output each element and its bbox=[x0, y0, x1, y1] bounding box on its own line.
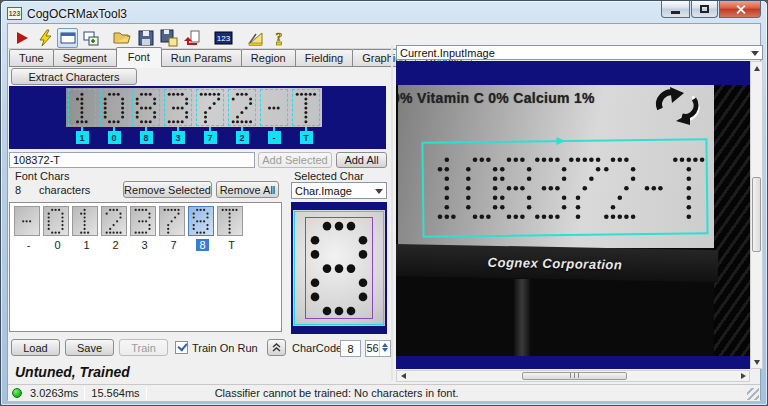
segment-label-cell: 2 bbox=[226, 127, 258, 144]
train-on-run-checkbox[interactable] bbox=[175, 341, 188, 354]
segment-label-cell: 3 bbox=[162, 127, 194, 144]
region-direction-arrow-icon bbox=[556, 137, 565, 145]
font-char-label[interactable]: 3 bbox=[130, 239, 159, 251]
segment-char-box bbox=[260, 89, 288, 126]
tab-segment[interactable]: Segment bbox=[53, 49, 117, 67]
segment-char-cell[interactable] bbox=[258, 88, 290, 127]
segment-char-cell[interactable] bbox=[226, 88, 258, 127]
font-char-label[interactable]: 1 bbox=[72, 239, 101, 251]
spinner-down-icon bbox=[382, 348, 388, 352]
thumb-grip-icon bbox=[570, 373, 579, 378]
scroll-up-button[interactable] bbox=[751, 62, 762, 74]
add-selected-button[interactable]: Add Selected bbox=[258, 152, 332, 168]
selected-char-view-combo[interactable]: Char.Image bbox=[291, 182, 387, 199]
segment-preview[interactable]: 108372-T bbox=[9, 86, 386, 149]
segment-char-cell[interactable] bbox=[98, 88, 130, 127]
help-button[interactable]: ? bbox=[268, 28, 289, 48]
selected-char-display[interactable] bbox=[291, 202, 387, 334]
segment-preview-strip bbox=[66, 88, 322, 127]
scroll-left-button[interactable] bbox=[397, 371, 409, 381]
horizontal-scroll-thumb[interactable] bbox=[522, 372, 627, 380]
tab-run-params[interactable]: Run Params bbox=[161, 49, 242, 67]
font-char-thumb[interactable] bbox=[14, 206, 40, 236]
font-char-label[interactable]: 8 bbox=[188, 239, 217, 251]
close-button[interactable] bbox=[719, 1, 761, 18]
font-char-glyph bbox=[192, 208, 209, 235]
charcode-value-spinner[interactable]: 56 bbox=[365, 340, 391, 357]
extracted-string-input[interactable]: 108372-T bbox=[9, 152, 255, 168]
tab-fielding[interactable]: Fielding bbox=[295, 49, 354, 67]
font-char-glyph bbox=[105, 208, 122, 235]
charcode-value: 56 bbox=[366, 342, 379, 354]
status-separator bbox=[84, 387, 85, 400]
toolbar: 123 ? bbox=[11, 27, 291, 48]
font-char-thumb[interactable] bbox=[188, 206, 214, 236]
font-char-label[interactable]: 0 bbox=[43, 239, 72, 251]
add-record-window-button[interactable] bbox=[80, 28, 101, 48]
tab-region[interactable]: Region bbox=[241, 49, 296, 67]
vertical-scroll-thumb[interactable] bbox=[752, 177, 761, 252]
revert-button[interactable] bbox=[181, 28, 202, 48]
charcode-char-field[interactable]: 8 bbox=[340, 340, 361, 357]
run-button[interactable] bbox=[11, 28, 32, 48]
maximize-button[interactable] bbox=[691, 1, 718, 18]
brand-text: Cognex Corporation bbox=[488, 254, 623, 272]
font-char-thumb[interactable] bbox=[101, 206, 127, 236]
electric-run-button[interactable] bbox=[34, 28, 55, 48]
panel-splitter[interactable] bbox=[391, 45, 393, 381]
add-all-button[interactable]: Add All bbox=[336, 152, 387, 168]
segment-char-box bbox=[292, 89, 320, 126]
font-char-label[interactable]: T bbox=[217, 239, 246, 251]
measure-button[interactable] bbox=[245, 28, 266, 48]
font-char-thumb[interactable] bbox=[43, 206, 69, 236]
font-char-label[interactable]: 7 bbox=[159, 239, 188, 251]
train-button[interactable]: Train bbox=[119, 339, 168, 356]
tab-tune[interactable]: Tune bbox=[9, 49, 54, 67]
open-folder-icon bbox=[113, 29, 132, 47]
font-char-thumb[interactable] bbox=[159, 206, 185, 236]
font-char-label[interactable]: 2 bbox=[101, 239, 130, 251]
load-button[interactable]: Load bbox=[11, 339, 60, 356]
minimize-button[interactable] bbox=[661, 1, 690, 18]
scroll-right-button[interactable] bbox=[737, 371, 749, 381]
segment-char-glyph bbox=[263, 92, 285, 124]
status-bar: 3.0263ms 15.564ms Classifier cannot be t… bbox=[8, 384, 760, 401]
svg-text:123: 123 bbox=[217, 34, 231, 43]
status-ok-icon bbox=[12, 388, 22, 398]
segment-char-cell[interactable] bbox=[66, 88, 98, 127]
input-image-view[interactable]: 0% Vitamin C 0% Calcium 1% Cognex Corpor… bbox=[396, 61, 750, 369]
segment-char-glyph bbox=[167, 92, 189, 124]
segment-char-cell[interactable] bbox=[162, 88, 194, 127]
horizontal-scrollbar[interactable] bbox=[396, 370, 750, 382]
segment-char-cell[interactable] bbox=[130, 88, 162, 127]
collapse-button[interactable] bbox=[267, 339, 286, 356]
resize-grip[interactable] bbox=[747, 388, 759, 400]
spinner-arrows[interactable] bbox=[379, 341, 390, 356]
font-char-thumb[interactable] bbox=[217, 206, 243, 236]
remove-all-button[interactable]: Remove All bbox=[216, 181, 279, 198]
tab-font[interactable]: Font bbox=[116, 47, 162, 67]
tool-id-button[interactable]: 123 bbox=[213, 28, 234, 48]
segment-char-cell[interactable] bbox=[194, 88, 226, 127]
open-file-button[interactable] bbox=[112, 28, 133, 48]
extract-characters-button[interactable]: Extract Characters bbox=[11, 68, 137, 85]
save-as-button[interactable] bbox=[158, 28, 179, 48]
show-current-record-button[interactable] bbox=[57, 28, 78, 48]
display-source-combo[interactable]: Current.InputImage bbox=[396, 45, 763, 60]
segment-label-chip: T bbox=[300, 131, 313, 144]
segment-label-chip: - bbox=[268, 131, 281, 144]
save-file-button[interactable] bbox=[135, 28, 156, 48]
segment-char-cell[interactable] bbox=[290, 88, 322, 127]
scroll-down-button[interactable] bbox=[751, 356, 762, 368]
font-char-label[interactable]: - bbox=[14, 239, 43, 251]
remove-selected-button[interactable]: Remove Selected bbox=[123, 181, 212, 198]
font-char-thumb[interactable] bbox=[72, 206, 98, 236]
font-char-glyph bbox=[163, 208, 180, 235]
font-char-thumb[interactable] bbox=[130, 206, 156, 236]
window-title: CogOCRMaxTool3 bbox=[27, 7, 127, 21]
title-bar[interactable]: 123 CogOCRMaxTool3 bbox=[7, 4, 763, 23]
font-char-list[interactable]: -012378T bbox=[9, 202, 282, 332]
selected-char-glyph bbox=[309, 219, 371, 319]
save-button[interactable]: Save bbox=[65, 339, 114, 356]
vertical-scrollbar[interactable] bbox=[750, 61, 763, 369]
